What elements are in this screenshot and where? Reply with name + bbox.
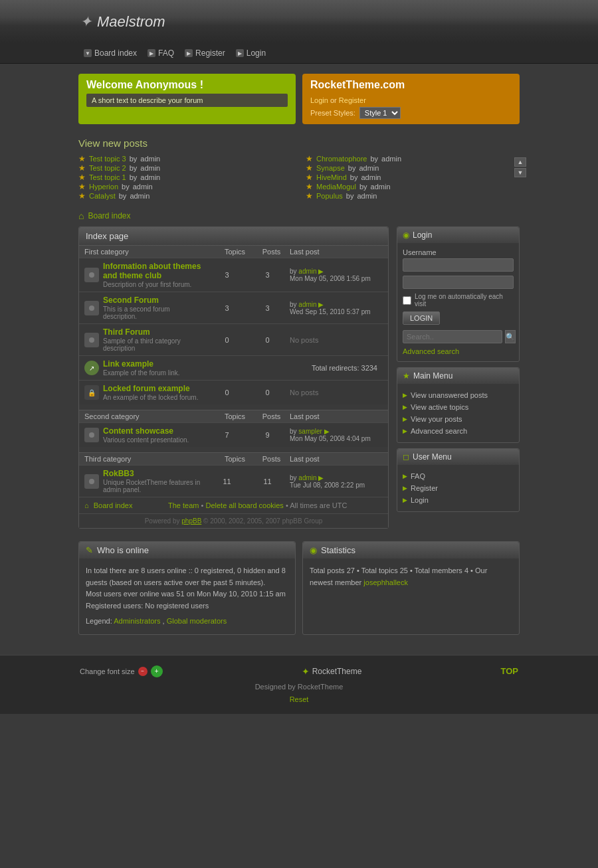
nav-board-index[interactable]: ▼ Board index bbox=[80, 47, 141, 59]
goto-icon[interactable]: ▶ bbox=[318, 268, 324, 275]
menu-item-login: ▶ Login bbox=[403, 494, 514, 506]
lastpost-user-link[interactable]: admin bbox=[298, 474, 316, 481]
topic-link[interactable]: Hyperion bbox=[89, 183, 118, 191]
remember-checkbox[interactable] bbox=[403, 296, 411, 305]
lastpost-user-link[interactable]: sampler bbox=[298, 428, 322, 435]
font-increase-button[interactable]: + bbox=[151, 665, 163, 677]
forum-icon bbox=[84, 474, 99, 489]
lastpost-user-link[interactable]: admin bbox=[298, 301, 316, 308]
user-menu-content: ▶ FAQ ▶ Register ▶ Login bbox=[397, 465, 519, 511]
legend-global-mod-link[interactable]: Global moderators bbox=[167, 617, 227, 625]
forum-link[interactable]: Third Forum bbox=[103, 327, 150, 337]
menu-link[interactable]: View your posts bbox=[411, 415, 462, 423]
star-icon: ★ bbox=[306, 182, 313, 191]
preset-row: Preset Styles: Style 1 Style 2 Style 3 bbox=[310, 107, 512, 119]
login-box-content: Username Log me on automatically each vi… bbox=[397, 243, 519, 361]
nav-login[interactable]: ▶ Login bbox=[232, 47, 270, 59]
delete-cookies-link[interactable]: Delete all board cookies bbox=[205, 501, 283, 509]
forum-icon-locked: 🔒 bbox=[84, 385, 99, 400]
nav-arrow-faq: ▶ bbox=[148, 49, 155, 57]
scroll-up-button[interactable]: ▲ bbox=[514, 157, 526, 167]
forum-link[interactable]: Locked forum example bbox=[103, 384, 190, 393]
welcome-box: Welcome Anonymous ! A short text to desc… bbox=[78, 74, 296, 124]
list-item: ★ MediaMogul by admin bbox=[306, 182, 520, 191]
forum-link[interactable]: Second Forum bbox=[103, 296, 159, 305]
star-icon: ★ bbox=[78, 182, 86, 191]
board-footer: ⌂ Board index The team • Delete all boar… bbox=[79, 497, 388, 513]
menu-link[interactable]: Register bbox=[411, 484, 438, 492]
font-decrease-button[interactable]: − bbox=[138, 667, 148, 676]
search-button[interactable]: 🔍 bbox=[505, 330, 516, 343]
user-icon: ◉ bbox=[403, 230, 409, 240]
topic-link[interactable]: MediaMogul bbox=[316, 183, 356, 191]
who-is-online-content: In total there are 8 users online :: 0 r… bbox=[79, 559, 295, 634]
site-logo: ✦ Maelstrom bbox=[80, 13, 165, 31]
goto-icon[interactable]: ▶ bbox=[324, 428, 330, 435]
menu-link[interactable]: View unanswered posts bbox=[411, 391, 488, 399]
forum-link[interactable]: Content showcase bbox=[103, 426, 173, 436]
topic-link[interactable]: Synapse bbox=[316, 164, 345, 172]
team-link[interactable]: The team bbox=[168, 501, 199, 509]
goto-icon[interactable]: ▶ bbox=[318, 474, 324, 481]
menu-item-active: ▶ View active topics bbox=[403, 401, 514, 413]
footer-rocket: ✦ RocketTheme bbox=[302, 666, 362, 677]
list-item: ★ Populus by admin bbox=[306, 191, 520, 201]
legend-admin-link[interactable]: Administrators bbox=[114, 617, 160, 625]
menu-link[interactable]: Login bbox=[411, 496, 429, 504]
rocket-login-link[interactable]: Login bbox=[310, 96, 328, 104]
forum-link[interactable]: RokBB3 bbox=[103, 469, 134, 478]
preset-styles-select[interactable]: Style 1 Style 2 Style 3 bbox=[359, 107, 401, 119]
menu-arrow-icon: ▶ bbox=[403, 485, 407, 491]
bottom-board-link[interactable]: Board index bbox=[94, 501, 133, 509]
forum-info: RokBB3 Unique RocketTheme features in ad… bbox=[103, 469, 205, 493]
scroll-down-button[interactable]: ▼ bbox=[514, 168, 526, 177]
footer-reset: Reset bbox=[80, 695, 518, 704]
login-button[interactable]: LOGIN bbox=[403, 311, 440, 325]
star-icon: ★ bbox=[306, 163, 313, 173]
footer-designed: Designed by RocketTheme bbox=[80, 683, 518, 691]
breadcrumb-link[interactable]: Board index bbox=[88, 211, 130, 220]
table-row: Second Forum This is a second forum desc… bbox=[79, 292, 388, 323]
top-link[interactable]: TOP bbox=[500, 666, 518, 676]
lastpost-user-link[interactable]: admin bbox=[298, 268, 316, 275]
search-input[interactable] bbox=[403, 330, 502, 343]
topic-link[interactable]: Test topic 3 bbox=[89, 155, 126, 163]
advanced-search-link[interactable]: Advanced search bbox=[403, 347, 459, 355]
menu-link[interactable]: View active topics bbox=[411, 403, 468, 411]
topic-link[interactable]: Chromatophore bbox=[316, 155, 367, 163]
star-icon: ★ bbox=[78, 173, 86, 182]
newest-member-link[interactable]: josephhalleck bbox=[363, 578, 408, 586]
nav-register[interactable]: ▶ Register bbox=[181, 47, 229, 59]
topic-link[interactable]: Catalyst bbox=[89, 192, 116, 200]
topic-link[interactable]: HiveMind bbox=[316, 173, 347, 181]
list-item: ★ Synapse by admin bbox=[306, 163, 520, 173]
user-menu-icon: ◻ bbox=[403, 452, 409, 462]
reset-link[interactable]: Reset bbox=[290, 695, 309, 703]
rocket-register-link[interactable]: Register bbox=[339, 96, 366, 104]
password-input[interactable] bbox=[403, 276, 514, 289]
forum-link[interactable]: Link example bbox=[103, 359, 153, 369]
forum-info: Content showcase Various content present… bbox=[103, 426, 205, 444]
menu-link[interactable]: FAQ bbox=[411, 472, 425, 480]
category-header-first: First category Topics Posts Last post bbox=[79, 245, 388, 258]
menu-arrow-icon: ▶ bbox=[403, 428, 407, 434]
username-input[interactable] bbox=[403, 258, 514, 272]
topic-link[interactable]: Populus bbox=[316, 192, 343, 200]
right-column: ◉ Login Username Log me on automatically… bbox=[397, 226, 520, 517]
phpbb-link[interactable]: phpBB bbox=[181, 517, 201, 525]
list-item: ★ Catalyst by admin bbox=[78, 191, 292, 201]
menu-link[interactable]: Advanced search bbox=[411, 427, 467, 435]
topic-link[interactable]: Test topic 1 bbox=[89, 173, 126, 181]
breadcrumb: ⌂ Board index bbox=[78, 211, 520, 221]
link-icon: ↗ bbox=[84, 361, 99, 375]
lock-icon: 🔒 bbox=[88, 389, 96, 396]
category-header-third: Third category Topics Posts Last post bbox=[79, 452, 388, 465]
nav-bar: ▼ Board index ▶ FAQ ▶ Register ▶ Login bbox=[0, 43, 598, 64]
table-row: Information about themes and theme club … bbox=[79, 258, 388, 292]
user-menu-header: ◻ User Menu bbox=[397, 449, 519, 465]
topic-link[interactable]: Test topic 2 bbox=[89, 164, 126, 172]
goto-icon[interactable]: ▶ bbox=[318, 301, 324, 308]
new-posts-title: View new posts bbox=[78, 137, 520, 149]
nav-faq[interactable]: ▶ FAQ bbox=[144, 47, 178, 59]
forum-link[interactable]: Information about themes and theme club bbox=[103, 262, 201, 280]
